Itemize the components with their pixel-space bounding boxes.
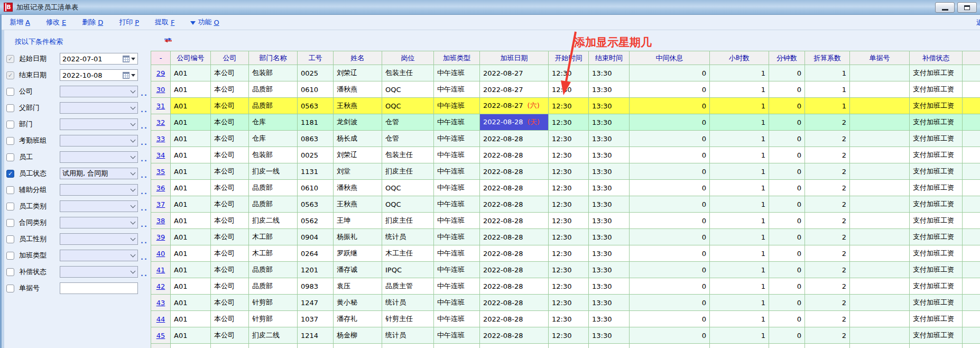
- cell-date[interactable]: 2022-08-28: [480, 229, 549, 245]
- cell-doc[interactable]: [850, 65, 910, 81]
- cell-end[interactable]: 13:30: [589, 147, 630, 163]
- cell-end[interactable]: [589, 344, 630, 348]
- cell-start[interactable]: 12:30: [549, 98, 589, 114]
- more-button[interactable]: ..: [141, 155, 148, 163]
- cell-pos[interactable]: 统计员: [382, 229, 434, 245]
- cell-coef[interactable]: 2: [805, 163, 850, 180]
- cell-coef[interactable]: 1: [805, 98, 850, 114]
- cell-coef[interactable]: 1: [805, 81, 850, 98]
- cell-end[interactable]: 13:30: [589, 163, 630, 180]
- cell-min[interactable]: 0: [769, 65, 805, 81]
- cell-pay[interactable]: [963, 147, 980, 163]
- cell-date[interactable]: [480, 344, 549, 348]
- chevron-down-icon[interactable]: [131, 170, 136, 175]
- cell-start[interactable]: 12:30: [549, 327, 589, 344]
- more-button[interactable]: ..: [141, 122, 148, 130]
- cell-pay[interactable]: [963, 114, 980, 131]
- filter-combo[interactable]: [60, 233, 138, 245]
- cell-pos[interactable]: 仓管: [382, 114, 434, 131]
- toolbar-button-p[interactable]: 打印P: [119, 17, 139, 27]
- cell-dept[interactable]: 针剪部: [249, 295, 298, 311]
- cell-hrs[interactable]: 1: [710, 81, 769, 98]
- cell-company[interactable]: 本公司: [211, 262, 249, 278]
- filter-combo[interactable]: [60, 266, 138, 278]
- more-button[interactable]: ..: [141, 253, 148, 261]
- cell-dept[interactable]: 品质部: [249, 81, 298, 98]
- calendar-icon[interactable]: [123, 56, 130, 62]
- cell-type[interactable]: 中午连班: [434, 180, 480, 196]
- chevron-down-icon[interactable]: [131, 88, 136, 93]
- column-header-date[interactable]: 加班日期: [480, 51, 549, 65]
- cell-dept[interactable]: 仓库: [249, 114, 298, 131]
- cell-brk[interactable]: 0: [630, 327, 710, 344]
- cell-company[interactable]: 本公司: [211, 278, 249, 295]
- cell-type[interactable]: 中午连班: [434, 213, 480, 229]
- cell-doc[interactable]: [850, 163, 910, 180]
- cell-name[interactable]: 袁压: [334, 278, 382, 295]
- cell-comp[interactable]: 支付加班工资: [910, 213, 963, 229]
- column-header-brk[interactable]: 中间休息: [630, 51, 710, 65]
- cell-min[interactable]: 0: [769, 180, 805, 196]
- cell-type[interactable]: 中午连班: [434, 81, 480, 98]
- cell-pos[interactable]: OQC: [382, 81, 434, 98]
- cell-end[interactable]: 13:30: [589, 311, 630, 327]
- cell-no[interactable]: 1131: [298, 163, 334, 180]
- cell-name[interactable]: 龙剑波: [334, 114, 382, 131]
- more-button[interactable]: ..: [141, 171, 148, 179]
- cell-pay[interactable]: [963, 229, 980, 245]
- cell-end[interactable]: 13:30: [589, 98, 630, 114]
- more-button[interactable]: ..: [141, 270, 148, 278]
- cell-hrs[interactable]: 1: [710, 114, 769, 131]
- cell-coef[interactable]: 1: [805, 65, 850, 81]
- cell-name[interactable]: 杨振礼: [334, 229, 382, 245]
- cell-code[interactable]: A01: [171, 295, 211, 311]
- cell-n[interactable]: 33: [151, 131, 171, 147]
- cell-type[interactable]: 中午连班: [434, 65, 480, 81]
- cell-coef[interactable]: [805, 344, 850, 348]
- cell-pos[interactable]: IPQC: [382, 262, 434, 278]
- cell-pos[interactable]: 扪皮主任: [382, 213, 434, 229]
- cell-comp[interactable]: [910, 344, 963, 348]
- cell-dept[interactable]: 品质部: [249, 262, 298, 278]
- cell-company[interactable]: 本公司: [211, 213, 249, 229]
- cell-no[interactable]: 0562: [298, 213, 334, 229]
- cell-hrs[interactable]: 1: [710, 213, 769, 229]
- cell-comp[interactable]: 支付加班工资: [910, 65, 963, 81]
- cell-min[interactable]: 0: [769, 81, 805, 98]
- cell-n[interactable]: 44: [151, 311, 171, 327]
- cell-n[interactable]: 41: [151, 262, 171, 278]
- cell-min[interactable]: 0: [769, 245, 805, 262]
- chevron-down-icon[interactable]: [131, 219, 136, 224]
- cell-hrs[interactable]: [710, 344, 769, 348]
- cell-brk[interactable]: 0: [630, 98, 710, 114]
- cell-pay[interactable]: [963, 311, 980, 327]
- cell-comp[interactable]: 支付加班工资: [910, 163, 963, 180]
- cell-min[interactable]: 0: [769, 131, 805, 147]
- chevron-down-icon[interactable]: [131, 268, 136, 273]
- cell-comp[interactable]: 支付加班工资: [910, 196, 963, 213]
- cell-company[interactable]: 本公司: [211, 196, 249, 213]
- cell-name[interactable]: [334, 344, 382, 348]
- cell-pos[interactable]: OQC: [382, 98, 434, 114]
- cell-code[interactable]: A01: [171, 147, 211, 163]
- cell-min[interactable]: 0: [769, 327, 805, 344]
- filter-checkbox[interactable]: [6, 88, 14, 96]
- cell-dept[interactable]: 品质部: [249, 180, 298, 196]
- cell-start[interactable]: 12:30: [549, 245, 589, 262]
- cell-date[interactable]: 2022-08-28: [480, 163, 549, 180]
- column-header-n[interactable]: -: [151, 51, 171, 65]
- cell-date[interactable]: 2022-08-27: [480, 81, 549, 98]
- cell-dept[interactable]: 品质部: [249, 98, 298, 114]
- cell-n[interactable]: 42: [151, 278, 171, 295]
- cell-min[interactable]: 0: [769, 114, 805, 131]
- cell-company[interactable]: 本公司: [211, 81, 249, 98]
- cell-n[interactable]: 38: [151, 213, 171, 229]
- column-header-no[interactable]: 工号: [298, 51, 334, 65]
- cell-n[interactable]: 32: [151, 114, 171, 131]
- cell-pay[interactable]: [963, 163, 980, 180]
- cell-doc[interactable]: [850, 327, 910, 344]
- cell-date[interactable]: 2022-08-28(天): [480, 114, 549, 131]
- cell-pay[interactable]: [963, 262, 980, 278]
- cell-n[interactable]: 34: [151, 147, 171, 163]
- column-header-end[interactable]: 结束时间: [589, 51, 630, 65]
